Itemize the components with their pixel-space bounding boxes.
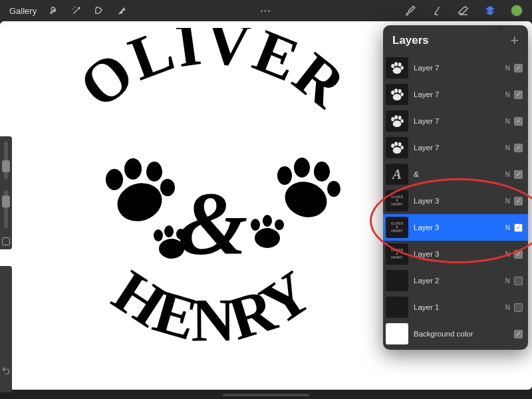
arrow-icon[interactable] bbox=[116, 5, 127, 16]
svg-point-13 bbox=[275, 219, 284, 230]
layers-panel: Layers + Layer 7NLayer 7NLayer 7NLayer 7… bbox=[383, 25, 528, 350]
layer-row[interactable]: Layer 7N bbox=[383, 55, 528, 81]
brush-sliders-sidebar bbox=[0, 136, 12, 249]
wand-icon[interactable] bbox=[71, 5, 82, 16]
layer-row[interactable]: OLIVER&HENRYLayer 3N bbox=[383, 214, 528, 241]
blend-mode-label[interactable]: N bbox=[505, 304, 510, 311]
modify-button[interactable] bbox=[2, 237, 10, 245]
svg-point-12 bbox=[263, 215, 272, 227]
layer-name-label: Layer 2 bbox=[414, 277, 505, 285]
blend-mode-label[interactable]: N bbox=[505, 91, 510, 98]
layer-row[interactable]: OLIVER&HENRYLayer 3N bbox=[383, 188, 528, 214]
svg-point-21 bbox=[393, 67, 402, 74]
brush-icon[interactable] bbox=[404, 5, 416, 17]
svg-point-28 bbox=[394, 88, 398, 92]
layers-panel-title: Layers bbox=[392, 34, 429, 47]
layers-icon[interactable] bbox=[484, 5, 496, 17]
visibility-checkbox[interactable] bbox=[514, 277, 523, 285]
svg-point-8 bbox=[164, 225, 174, 237]
color-picker-button[interactable] bbox=[511, 5, 523, 17]
layer-thumbnail bbox=[386, 137, 408, 158]
layer-thumbnail bbox=[386, 297, 408, 318]
svg-point-15 bbox=[277, 166, 292, 185]
svg-point-24 bbox=[398, 63, 402, 66]
svg-text:A: A bbox=[391, 166, 402, 182]
svg-point-11 bbox=[251, 219, 260, 231]
visibility-checkbox[interactable] bbox=[514, 303, 523, 312]
layer-thumbnail: OLIVER&HENRY bbox=[386, 243, 408, 265]
layer-row[interactable]: Layer 2N bbox=[383, 267, 528, 294]
blend-mode-label[interactable]: N bbox=[505, 144, 510, 152]
svg-point-38 bbox=[394, 142, 398, 146]
top-toolbar: Gallery ••• bbox=[0, 0, 532, 21]
blend-mode-label[interactable]: N bbox=[505, 198, 510, 205]
svg-point-33 bbox=[394, 115, 398, 119]
layer-row[interactable]: OLIVER&HENRYLayer 3N bbox=[383, 241, 528, 267]
visibility-checkbox[interactable] bbox=[514, 64, 523, 72]
svg-point-3 bbox=[124, 158, 142, 180]
right-tool-group bbox=[404, 5, 523, 17]
smudge-icon[interactable] bbox=[431, 5, 443, 17]
svg-point-22 bbox=[391, 64, 394, 68]
eraser-icon[interactable] bbox=[458, 5, 469, 17]
layer-row[interactable]: Background color bbox=[383, 321, 528, 347]
svg-point-18 bbox=[327, 181, 340, 197]
layer-name-label: Layer 7 bbox=[414, 117, 505, 125]
layer-name-label: Background color bbox=[414, 330, 514, 338]
size-slider[interactable] bbox=[4, 142, 8, 180]
svg-point-34 bbox=[398, 116, 402, 120]
gallery-button[interactable]: Gallery bbox=[9, 6, 37, 16]
visibility-checkbox[interactable] bbox=[514, 170, 523, 179]
layer-row[interactable]: Layer 1N bbox=[383, 294, 528, 321]
svg-point-17 bbox=[314, 162, 330, 182]
add-layer-button[interactable]: + bbox=[510, 33, 519, 48]
layer-thumbnail: A bbox=[386, 164, 408, 185]
visibility-checkbox[interactable] bbox=[514, 250, 523, 259]
blend-mode-label[interactable]: N bbox=[505, 65, 510, 72]
svg-point-27 bbox=[391, 90, 394, 94]
svg-point-25 bbox=[401, 66, 404, 70]
layer-thumbnail bbox=[386, 110, 408, 132]
left-tool-group bbox=[49, 5, 127, 16]
layer-row[interactable]: A&N bbox=[383, 161, 528, 188]
layer-row[interactable]: Layer 7N bbox=[383, 81, 528, 108]
svg-point-26 bbox=[393, 94, 402, 100]
visibility-checkbox[interactable] bbox=[514, 223, 523, 232]
svg-point-2 bbox=[106, 169, 123, 190]
visibility-checkbox[interactable] bbox=[514, 144, 523, 152]
layer-thumbnail bbox=[386, 270, 408, 291]
layers-panel-header: Layers + bbox=[383, 25, 528, 55]
svg-text:OLIVER: OLIVER bbox=[67, 28, 359, 121]
layer-thumbnail bbox=[386, 57, 408, 78]
svg-point-16 bbox=[294, 158, 310, 178]
wrench-icon[interactable] bbox=[49, 5, 59, 16]
svg-point-4 bbox=[146, 162, 162, 182]
svg-point-35 bbox=[401, 119, 404, 123]
blend-mode-label[interactable]: N bbox=[505, 224, 510, 231]
selection-icon[interactable] bbox=[94, 5, 104, 16]
svg-point-40 bbox=[401, 146, 404, 150]
svg-point-23 bbox=[394, 62, 398, 66]
blend-mode-label[interactable]: N bbox=[505, 277, 510, 285]
blend-mode-label[interactable]: N bbox=[505, 251, 510, 258]
home-indicator bbox=[223, 394, 309, 396]
layers-list: Layer 7NLayer 7NLayer 7NLayer 7NA&NOLIVE… bbox=[383, 55, 528, 347]
layer-row[interactable]: Layer 7N bbox=[383, 134, 528, 161]
svg-point-10 bbox=[255, 228, 280, 248]
undo-icon[interactable] bbox=[1, 366, 11, 375]
visibility-checkbox[interactable] bbox=[514, 330, 523, 338]
opacity-slider[interactable] bbox=[4, 190, 8, 228]
layer-thumbnail bbox=[386, 323, 408, 344]
svg-point-32 bbox=[391, 117, 394, 121]
visibility-checkbox[interactable] bbox=[514, 90, 523, 99]
layer-name-label: Layer 7 bbox=[414, 64, 505, 72]
undo-sidebar bbox=[0, 266, 12, 392]
visibility-checkbox[interactable] bbox=[514, 117, 523, 126]
more-icon[interactable]: ••• bbox=[261, 7, 272, 15]
layer-row[interactable]: Layer 7N bbox=[383, 108, 528, 134]
blend-mode-label[interactable]: N bbox=[505, 171, 510, 178]
svg-point-31 bbox=[393, 120, 402, 127]
svg-point-36 bbox=[393, 147, 402, 154]
blend-mode-label[interactable]: N bbox=[505, 118, 510, 125]
visibility-checkbox[interactable] bbox=[514, 197, 523, 205]
